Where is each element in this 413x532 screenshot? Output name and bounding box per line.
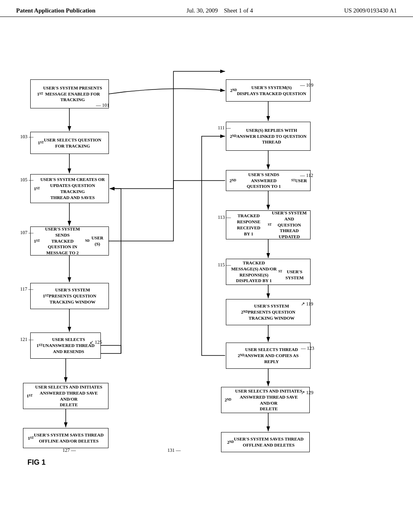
box-2nd-displays-tracked: 2ND USER'S SYSTEM(S)DISPLAYS TRACKED QUE… [226,79,311,102]
ref-119: ↗ 119 [301,301,313,307]
ref-101: — 101 [96,102,109,108]
box-2nd-replies-answer: 2ND USER(S) REPLIES WITHANSWER LINKED TO… [226,122,311,151]
ref-115: 115 — [218,262,231,268]
figure-label: FIG 1 [27,458,46,467]
ref-107: 107 — [20,230,33,236]
box-2nd-saves-offline: 2ND USER'S SYSTEM SAVES THREADOFFLINE AN… [221,432,310,452]
box-2nd-presents-tracking-window: 2ND USER'S SYSTEMPRESENTS QUESTIONTRACKI… [226,299,311,325]
box-tracked-messages-displayed: TRACKED MESSAGE(S) AND/ORRESPONSE(S) DIS… [226,259,311,285]
ref-117: 117 — [20,286,33,292]
box-1st-selects-question: 1ST USER SELECTS QUESTIONFOR TRACKING [30,132,109,154]
page-header: Patent Application Publication Jul. 30, … [0,0,413,17]
box-1st-answered-thread-save: 1ST USER SELECTS AND INITIATESANSWERED T… [23,383,108,409]
header-patent-number: US 2009/0193430 A1 [344,7,397,14]
ref-111: 111 — [218,125,231,131]
header-publication-type: Patent Application Publication [16,7,96,14]
ref-113: 113 — [218,214,231,220]
ref-131: 131 — [167,447,181,453]
box-1st-creates-updates: 1ST USER'S SYSTEM CREATES ORUPDATES QUES… [30,174,109,203]
box-2nd-answered-thread-save: 2ND USER SELECTS AND INITIATESANSWERED T… [221,387,310,413]
ref-127: 127 — [63,447,76,453]
box-tracked-response-received: TRACKED RESPONSE RECEIVEDBY 1ST USER'S S… [226,210,311,239]
ref-125: ↙ 125 [90,339,102,345]
box-1st-presents-tracking-window: 1ST USER'S SYSTEMPRESENTS QUESTIONTRACKI… [30,283,109,309]
diagram-area: 1ST USER'S SYSTEM PRESENTSMESSAGE ENABLE… [0,17,413,493]
box-1st-sends-tracked: 1ST USER'S SYSTEM SENDSTRACKED QUESTION … [30,227,109,256]
box-2nd-sends-answered: 2ND USER'S SENDS ANSWEREDQUESTION TO 1ST… [226,170,311,191]
header-date-sheet: Jul. 30, 2009 Sheet 1 of 4 [187,7,253,14]
box-1st-saves-offline: 1ST USER'S SYSTEM SAVES THREADOFFLINE AN… [23,428,108,448]
box-1st-selects-unanswered: 1ST USER SELECTSUNANSWERED THREADAND RES… [30,332,101,359]
ref-121: 121 — [20,337,33,343]
ref-103: 103 — [20,134,33,140]
ref-105: 105 — [20,177,33,183]
box-2nd-selects-thread-answer: 2ND USER SELECTS THREADANSWER AND COPIES… [226,343,311,369]
ref-123: — 123 [301,345,314,351]
ref-112: — 112 [300,172,313,179]
ref-129: ↗ 129 [301,390,313,396]
ref-109: — 109 [300,82,313,88]
